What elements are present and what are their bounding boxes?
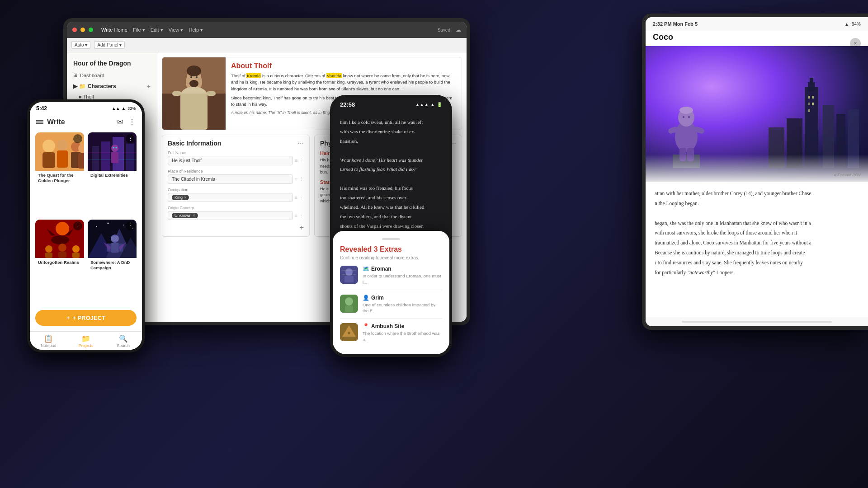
nav-file[interactable]: File ▾ [133,27,145,33]
tablet-right-inner: 2:32 PM Mon Feb 5 ▲ 94% Coco × [646,17,868,326]
occupation-input[interactable]: King × ≡⋮ [168,193,304,202]
characters-section-label: ▶ 📁 Characters [73,83,116,89]
project-card-somewhere[interactable]: Somewhere: A DnD Campaign ⋮ [88,220,137,278]
eroman-emoji: 🗺️ [363,266,369,272]
svg-point-44 [96,226,97,227]
king-tag-remove[interactable]: × [184,195,186,200]
somewhere-label: Somewhere: A DnD Campaign [88,258,137,273]
projects-icon: 📁 [81,334,90,343]
nav-write-home[interactable]: Write Home [101,27,127,33]
svg-rect-22 [92,146,99,171]
origin-tag-field[interactable]: Unknown × [168,211,293,220]
phone-left: 5:42 ▲▲ ▲ 33% Write ✉ ⋮ [27,99,145,352]
svg-point-31 [116,147,117,149]
nav-help[interactable]: Help ▾ [189,27,203,33]
place-label: Place of Residence [168,169,304,174]
sidebar-item-dashboard[interactable]: ⊞ Dashboard [67,70,157,80]
eroman-name: 🗺️ Eroman [363,266,442,272]
basic-info-header: Basic Information ⋯ [168,140,304,147]
svg-rect-52 [111,243,119,253]
svg-point-68 [348,332,350,334]
kremia-highlight: Kremia [246,73,261,78]
basic-info-card: Basic Information ⋯ Full Name He is just… [162,135,310,237]
project-card-quest[interactable]: The Quest for the Golden Plunger ⋮ [35,132,84,191]
mail-icon[interactable]: ✉ [117,117,123,126]
nav-notepad[interactable]: 📋 Notepad [30,332,67,350]
modal-subtitle: Continue reading to reveal more extras. [340,255,442,260]
place-input[interactable]: The Citadel in Kremia ≡⋮ [168,174,304,184]
phone-middle-screen: 22:58 ▲▲▲ ▲ 🔋 him like a cold sweat, unt… [333,98,449,354]
grim-icon-box [340,295,358,313]
unforgotten-more-btn[interactable]: ⋮ [73,221,82,230]
place-icons: ≡⋮ [295,176,304,182]
characters-add-btn[interactable]: + [147,83,151,90]
unknown-tag[interactable]: Unknown × [172,213,198,218]
auto-btn[interactable]: Auto ▾ [71,41,90,49]
wifi-icon: ▲ [430,102,435,107]
tr-reading-area[interactable]: attan with her mother, older brother Cor… [646,182,868,317]
svg-rect-6 [207,91,216,96]
quest-more-btn[interactable]: ⋮ [73,134,82,143]
eroman-icon [340,266,358,284]
saved-label: Saved [438,28,450,33]
tr-wifi-icon: ▲ [844,22,849,27]
tr-hero-image: d Female POV [646,46,868,182]
origin-input[interactable]: Unknown × ≡⋮ [168,211,304,220]
unforgotten-label: Unforgotten Realms [35,258,84,267]
full-name-icons: ≡⋮ [295,158,304,164]
king-tag[interactable]: King × [172,195,189,200]
notepad-label: Notepad [41,343,56,348]
project-card-digital[interactable]: Digital Extremities ⋮ [88,132,137,191]
svg-rect-14 [42,152,55,168]
project-card-unforgotten[interactable]: Unforgotten Realms ⋮ [35,220,84,278]
extra-eroman[interactable]: 🗺️ Eroman In order to understand Eroman,… [340,266,442,290]
tholf-image [162,57,226,130]
extra-grim[interactable]: 👤 Grim One of countless children impacte… [340,295,442,319]
svg-rect-16 [57,150,68,168]
occupation-tag-field[interactable]: King × [168,193,293,202]
noteworthy-italic: "noteworthy" [687,270,715,275]
phone-header-icons: ✉ ⋮ [117,117,136,126]
signal-icon: ▲▲ [112,106,120,111]
ambush-name-text: Ambush Site [371,323,404,329]
svg-point-9 [190,76,192,78]
digital-more-btn[interactable]: ⋮ [126,134,135,143]
maximize-dot[interactable] [89,28,93,32]
grim-name: 👤 Grim [363,295,442,301]
basic-info-menu[interactable]: ⋯ [297,140,304,147]
folder-icon: 📁 [79,83,86,89]
minimize-dot[interactable] [80,28,85,32]
svg-point-37 [45,245,52,253]
nav-edit[interactable]: Edit ▾ [151,27,163,33]
add-project-btn[interactable]: + + PROJECT [35,310,137,326]
close-dot[interactable] [72,28,77,32]
hamburger-menu[interactable] [36,120,43,124]
nav-projects[interactable]: 📁 Projects [67,332,105,350]
search-label: Search [117,343,130,348]
revealed-modal: Revealed 3 Extras Continue reading to re… [333,231,449,354]
extra-ambush[interactable]: 📍 Ambush Site The location where the Bro… [340,323,442,347]
svg-rect-55 [111,236,118,241]
middle-time: 22:58 [340,101,355,108]
somewhere-more-btn[interactable]: ⋮ [126,221,135,230]
svg-point-8 [187,66,201,76]
reading-text: him like a cold sweat, until all he was … [333,111,449,237]
eroman-icon-box [340,266,358,284]
tholf-label: Tholf [83,94,94,99]
unknown-tag-remove[interactable]: × [193,213,195,218]
nav-view[interactable]: View ▾ [169,27,184,33]
tablet-right-status: 2:32 PM Mon Feb 5 ▲ 94% [646,17,868,31]
editor-toolbar: Auto ▾ Add Panel ▾ [67,38,467,52]
svg-rect-29 [111,152,118,163]
origin-icons: ≡⋮ [295,213,304,219]
more-icon[interactable]: ⋮ [128,117,136,126]
nav-search[interactable]: 🔍 Search [104,332,142,350]
full-name-input[interactable]: He is just Tholf ≡⋮ [168,156,304,165]
ambush-icon-box [340,323,358,341]
add-panel-btn[interactable]: Add Panel ▾ [94,41,125,49]
grim-emoji: 👤 [363,295,369,301]
svg-rect-81 [808,109,810,112]
svg-rect-60 [344,276,354,282]
add-field-btn[interactable]: + [168,224,304,232]
svg-rect-78 [812,96,814,99]
